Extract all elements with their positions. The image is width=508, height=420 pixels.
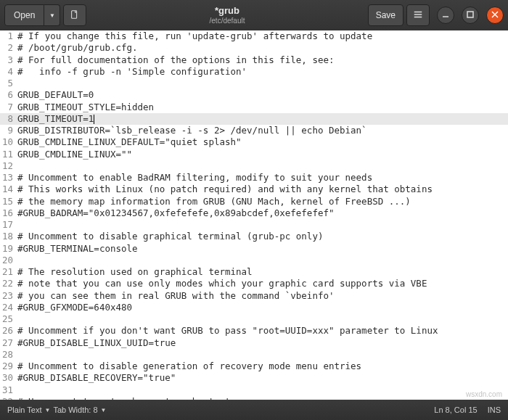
editor-line[interactable]: 20: [0, 255, 508, 266]
line-number: 11: [0, 149, 16, 160]
line-content: #GRUB_GFXMODE=640x480: [16, 302, 508, 313]
line-content: GRUB_CMDLINE_LINUX_DEFAULT="quiet splash…: [16, 136, 508, 148]
line-content: GRUB_DEFAULT=0: [16, 89, 508, 101]
tab-width-selector[interactable]: Tab Width: 8 ▼: [53, 405, 106, 414]
editor-line[interactable]: 19#GRUB_TERMINAL=console: [0, 243, 508, 255]
line-content: # you can see them in real GRUB with the…: [16, 290, 508, 302]
line-number: 2: [0, 42, 16, 54]
line-content: [16, 349, 508, 361]
document-title: *grub: [89, 6, 364, 16]
editor-line[interactable]: 25: [0, 313, 508, 325]
line-number: 22: [0, 278, 16, 289]
editor-line[interactable]: 6GRUB_DEFAULT=0: [0, 89, 508, 101]
line-number: 17: [0, 219, 16, 231]
language-selector[interactable]: Plain Text ▼: [7, 405, 50, 414]
editor-line[interactable]: 13# Uncomment to enable BadRAM filtering…: [0, 172, 508, 184]
line-content: [16, 313, 508, 325]
line-number: 13: [0, 172, 16, 184]
editor-line[interactable]: 29# Uncomment to disable generation of r…: [0, 361, 508, 372]
line-number: 7: [0, 102, 16, 113]
line-number: 5: [0, 78, 16, 89]
editor-line[interactable]: 4# info -f grub -n 'Simple configuration…: [0, 66, 508, 78]
editor-line[interactable]: 18# Uncomment to disable graphical termi…: [0, 231, 508, 242]
editor-line[interactable]: 5: [0, 78, 508, 89]
line-number: 10: [0, 136, 16, 148]
editor-line[interactable]: 11GRUB_CMDLINE_LINUX="": [0, 149, 508, 160]
editor-line[interactable]: 15# the memory map information from GRUB…: [0, 196, 508, 207]
tab-width-label: Tab Width: 8: [53, 405, 97, 414]
line-content: # Uncomment to enable BadRAM filtering, …: [16, 172, 508, 184]
editor-line[interactable]: 24#GRUB_GFXMODE=640x480: [0, 302, 508, 313]
line-number: 29: [0, 361, 16, 372]
line-number: 9: [0, 125, 16, 136]
maximize-icon: [467, 10, 474, 20]
hamburger-menu-button[interactable]: [406, 4, 430, 26]
editor-line[interactable]: 2# /boot/grub/grub.cfg.: [0, 42, 508, 54]
open-button[interactable]: Open: [4, 4, 44, 26]
title-area: *grub /etc/default: [89, 6, 364, 24]
line-content: [16, 255, 508, 266]
line-number: 20: [0, 255, 16, 266]
line-number: 15: [0, 196, 16, 207]
new-tab-button[interactable]: [63, 4, 86, 26]
editor-line[interactable]: 1# If you change this file, run 'update-…: [0, 30, 508, 42]
line-content: #GRUB_DISABLE_LINUX_UUID=true: [16, 337, 508, 349]
new-document-icon: [70, 9, 80, 22]
line-content: #GRUB_BADRAM="0x01234567,0xfefefefe,0x89…: [16, 207, 508, 219]
line-content: GRUB_DISTRIBUTOR=`lsb_release -i -s 2> /…: [16, 125, 508, 136]
titlebar: Open ▼ *grub /etc/default Save: [0, 0, 508, 30]
open-button-group: Open ▼: [4, 4, 60, 26]
line-content: # Uncomment if you don't want GRUB to pa…: [16, 325, 508, 337]
editor-line[interactable]: 12: [0, 160, 508, 172]
line-number: 28: [0, 349, 16, 361]
close-icon: [491, 10, 499, 20]
line-number: 30: [0, 372, 16, 384]
line-content: # /boot/grub/grub.cfg.: [16, 42, 508, 54]
line-number: 21: [0, 266, 16, 278]
line-content: [16, 78, 508, 89]
editor-line[interactable]: 30#GRUB_DISABLE_RECOVERY="true": [0, 372, 508, 384]
editor-area[interactable]: 1# If you change this file, run 'update-…: [0, 30, 508, 400]
line-number: 18: [0, 231, 16, 242]
editor-line[interactable]: 23# you can see them in real GRUB with t…: [0, 290, 508, 302]
line-number: 23: [0, 290, 16, 302]
editor-line[interactable]: 27#GRUB_DISABLE_LINUX_UUID=true: [0, 337, 508, 349]
open-recent-dropdown[interactable]: ▼: [44, 4, 60, 26]
line-number: 6: [0, 89, 16, 101]
line-content: #GRUB_DISABLE_RECOVERY="true": [16, 372, 508, 384]
insert-mode: INS: [488, 405, 501, 414]
language-label: Plain Text: [7, 405, 42, 414]
editor-line[interactable]: 31: [0, 384, 508, 396]
editor-line[interactable]: 10GRUB_CMDLINE_LINUX_DEFAULT="quiet spla…: [0, 136, 508, 148]
line-number: 4: [0, 66, 16, 78]
statusbar: Plain Text ▼ Tab Width: 8 ▼ Ln 8, Col 15…: [0, 400, 508, 420]
chevron-down-icon: ▼: [49, 12, 55, 19]
line-content: #GRUB_TERMINAL=console: [16, 243, 508, 255]
line-number: 8: [0, 113, 16, 125]
editor-line[interactable]: 26# Uncomment if you don't want GRUB to …: [0, 325, 508, 337]
editor-line[interactable]: 22# note that you can use only modes whi…: [0, 278, 508, 289]
chevron-down-icon: ▼: [101, 407, 107, 413]
svg-rect-1: [467, 12, 473, 17]
document-path: /etc/default: [89, 17, 364, 25]
editor-line[interactable]: 16#GRUB_BADRAM="0x01234567,0xfefefefe,0x…: [0, 207, 508, 219]
line-content: [16, 384, 508, 396]
line-content: # Uncomment to disable generation of rec…: [16, 361, 508, 372]
editor-line[interactable]: 8GRUB_TIMEOUT=1: [0, 113, 508, 125]
editor-line[interactable]: 9GRUB_DISTRIBUTOR=`lsb_release -i -s 2> …: [0, 125, 508, 136]
minimize-icon: [442, 10, 449, 20]
editor-line[interactable]: 7GRUB_TIMEOUT_STYLE=hidden: [0, 102, 508, 113]
maximize-button[interactable]: [462, 7, 479, 24]
editor-line[interactable]: 17: [0, 219, 508, 231]
editor-line[interactable]: 14# This works with Linux (no patch requ…: [0, 184, 508, 195]
cursor-position: Ln 8, Col 15: [434, 405, 477, 414]
minimize-button[interactable]: [437, 7, 454, 24]
editor-line[interactable]: 3# For full documentation of the options…: [0, 54, 508, 66]
line-content: GRUB_CMDLINE_LINUX="": [16, 149, 508, 160]
editor-line[interactable]: 21# The resolution used on graphical ter…: [0, 266, 508, 278]
close-button[interactable]: [486, 7, 504, 24]
line-content: # Uncomment to disable graphical termina…: [16, 231, 508, 242]
editor-line[interactable]: 28: [0, 349, 508, 361]
save-button[interactable]: Save: [368, 4, 403, 26]
line-content: # the memory map information from GRUB (…: [16, 196, 508, 207]
